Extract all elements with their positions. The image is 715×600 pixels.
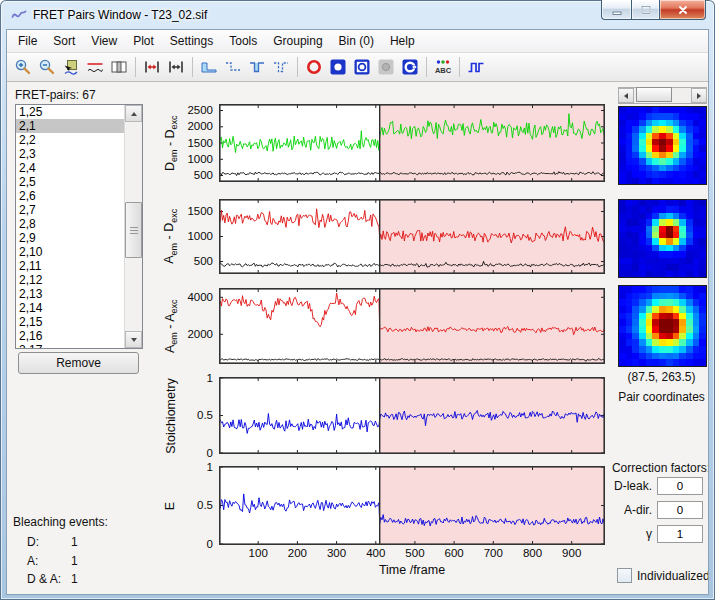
slider-thumb[interactable]	[636, 87, 672, 102]
menu-settings[interactable]: Settings	[162, 31, 221, 51]
abc-labels-button[interactable]: ABC	[431, 55, 455, 79]
list-item-pair-2-11[interactable]: 2,11	[16, 259, 124, 273]
step-outline-icon	[224, 58, 242, 76]
list-item-pair-2-5[interactable]: 2,5	[16, 175, 124, 189]
spot-ring-button[interactable]	[350, 55, 374, 79]
menu-sort[interactable]: Sort	[45, 31, 83, 51]
plot-aem-dexc: Aem - Dexc50010001500	[219, 199, 605, 274]
plot-stoichiometry-canvas[interactable]	[219, 377, 605, 454]
y-axis-label-aem-dexc: Aem - Dexc	[163, 199, 178, 274]
y-tick-label: 500	[194, 255, 213, 267]
triangle-up-icon	[131, 109, 137, 116]
fret-pairs-label: FRET-pairs:	[15, 88, 79, 102]
x-tick-label: 300	[315, 547, 359, 559]
shrink-x-button[interactable]	[140, 55, 164, 79]
correction-input-a-dir[interactable]	[657, 501, 703, 519]
layout-columns-icon	[110, 58, 128, 76]
line-profile-button[interactable]	[83, 55, 107, 79]
plot-aem-aexc-canvas[interactable]	[219, 288, 605, 364]
individualized-label: Individualized	[637, 569, 708, 583]
toolbar-separator	[192, 57, 193, 77]
region-select-button[interactable]	[59, 55, 83, 79]
scrollbar-track[interactable]	[125, 122, 142, 331]
bleaching-value: 1	[71, 572, 78, 586]
menu-help[interactable]: Help	[382, 31, 423, 51]
list-item-pair-2-1[interactable]: 2,1	[16, 119, 124, 133]
menu-view[interactable]: View	[83, 31, 125, 51]
list-item-pair-2-6[interactable]: 2,6	[16, 189, 124, 203]
bleaching-row-d: D:1	[27, 535, 137, 549]
list-item-pair-2-3[interactable]: 2,3	[16, 147, 124, 161]
close-icon	[676, 3, 690, 17]
plot-fret-efficiency-canvas[interactable]	[219, 466, 605, 545]
notch-filled-icon	[248, 58, 266, 76]
spot-filled-button[interactable]	[326, 55, 350, 79]
list-item-pair-2-13[interactable]: 2,13	[16, 287, 124, 301]
pair-image-slider[interactable]	[618, 87, 707, 104]
acceptor-channel-image	[618, 285, 707, 367]
bleaching-row-a: A:1	[27, 554, 137, 568]
x-tick-label: 400	[354, 547, 398, 559]
menu-plot[interactable]: Plot	[125, 31, 162, 51]
scrollbar-thumb[interactable]	[125, 202, 142, 258]
zoom-out-button[interactable]	[35, 55, 59, 79]
expand-x-button[interactable]	[164, 55, 188, 79]
slider-right-arrow[interactable]	[691, 88, 707, 103]
spot-gap-ring-button[interactable]	[398, 55, 422, 79]
list-item-pair-2-16[interactable]: 2,16	[16, 329, 124, 343]
square-wave-icon	[467, 58, 485, 76]
layout-columns-button[interactable]	[107, 55, 131, 79]
correction-input-[interactable]	[657, 525, 703, 543]
menu-file[interactable]: File	[10, 31, 45, 51]
spot-disabled-button[interactable]	[374, 55, 398, 79]
scroll-down-button[interactable]	[125, 331, 142, 348]
list-item-pair-2-17[interactable]: 2,17	[16, 343, 124, 348]
notch-filled-button[interactable]	[245, 55, 269, 79]
toolbar: ABC	[7, 53, 708, 82]
menu-bin-0[interactable]: Bin (0)	[331, 31, 382, 51]
caption-buttons	[601, 0, 706, 20]
step-outline-button[interactable]	[221, 55, 245, 79]
list-item-pair-2-7[interactable]: 2,7	[16, 203, 124, 217]
scroll-up-button[interactable]	[125, 105, 142, 122]
list-item-pair-2-10[interactable]: 2,10	[16, 245, 124, 259]
correction-input-d-leak[interactable]	[657, 477, 703, 495]
square-wave-button[interactable]	[464, 55, 488, 79]
y-tick-label: 1500	[187, 137, 213, 149]
remove-button[interactable]: Remove	[18, 352, 139, 374]
list-item-pair-1-25[interactable]: 1,25	[16, 105, 124, 119]
list-item-pair-2-4[interactable]: 2,4	[16, 161, 124, 175]
x-tick-label: 500	[393, 547, 437, 559]
individualized-checkbox[interactable]	[617, 568, 632, 583]
menu-tools[interactable]: Tools	[221, 31, 265, 51]
list-item-pair-2-9[interactable]: 2,9	[16, 231, 124, 245]
bleaching-label: D:	[27, 535, 39, 549]
y-tick-label: 4000	[187, 291, 213, 303]
step-filled-button[interactable]	[197, 55, 221, 79]
zoom-in-button[interactable]	[11, 55, 35, 79]
app-waveform-icon	[11, 7, 27, 23]
zoom-in-icon	[14, 58, 32, 76]
list-item-pair-2-12[interactable]: 2,12	[16, 273, 124, 287]
list-item-pair-2-8[interactable]: 2,8	[16, 217, 124, 231]
plot-dem-dexc-canvas[interactable]	[219, 104, 605, 182]
menu-grouping[interactable]: Grouping	[265, 31, 330, 51]
red-ring-button[interactable]	[302, 55, 326, 79]
list-item-pair-2-14[interactable]: 2,14	[16, 301, 124, 315]
zoom-out-icon	[38, 58, 56, 76]
spot-disabled-icon	[377, 58, 395, 76]
list-item-pair-2-15[interactable]: 2,15	[16, 315, 124, 329]
spot-gap-ring-icon	[401, 58, 419, 76]
step-filled-icon	[200, 58, 218, 76]
slider-left-arrow[interactable]	[618, 88, 634, 103]
minimize-button[interactable]	[601, 0, 631, 20]
fret-pairs-listbox: 1,252,12,22,32,42,52,62,72,82,92,102,112…	[15, 104, 143, 349]
y-tick-label: 500	[194, 169, 213, 181]
maximize-button[interactable]	[631, 0, 660, 20]
y-tick-label: 1	[207, 372, 213, 384]
plot-aem-dexc-canvas[interactable]	[219, 199, 605, 274]
close-button[interactable]	[660, 0, 706, 20]
correction-label-: γ	[577, 527, 652, 541]
list-item-pair-2-2[interactable]: 2,2	[16, 133, 124, 147]
notch-outline-button[interactable]	[269, 55, 293, 79]
